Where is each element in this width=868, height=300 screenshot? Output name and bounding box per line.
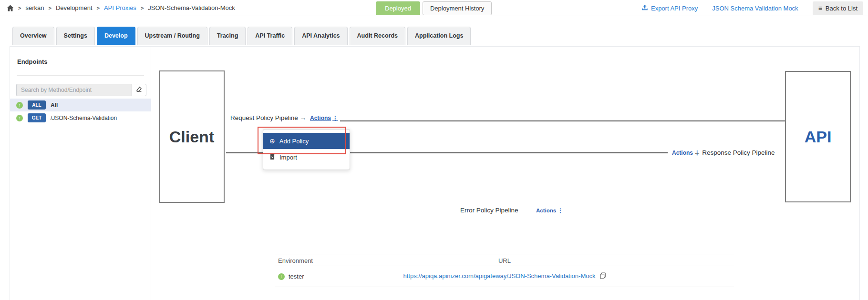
upload-icon <box>641 4 648 12</box>
error-pipeline-label: Error Policy Pipeline <box>460 207 518 214</box>
back-to-list-label: Back to List <box>826 5 858 12</box>
breadcrumb-item-user[interactable]: serkan <box>25 4 44 11</box>
actions-label: Actions <box>672 150 693 156</box>
tab-tracing[interactable]: Tracing <box>209 27 246 45</box>
breadcrumb-separator: > <box>97 5 100 11</box>
deployment-history-button[interactable]: Deployment History <box>423 1 492 15</box>
endpoint-item-json-schema-validation[interactable]: ↑ GET /JSON-Schema-Validation <box>10 111 151 124</box>
deployment-controls: Deployed Deployment History <box>376 1 492 15</box>
tab-overview[interactable]: Overview <box>12 27 54 45</box>
tab-develop[interactable]: Develop <box>97 27 135 45</box>
import-icon <box>269 153 275 161</box>
request-pipeline-actions-link[interactable]: Actions⋮ <box>310 115 338 121</box>
home-icon[interactable] <box>7 5 14 11</box>
error-pipeline-actions-link[interactable]: Actions⋮ <box>536 207 563 214</box>
response-pipeline-label: ← Response Policy Pipeline <box>694 149 775 156</box>
pipeline-actions-menu: ⊕ Add Policy Import <box>263 129 350 170</box>
endpoint-label: /JSON-Schema-Validation <box>51 115 117 121</box>
actions-label: Actions <box>310 115 331 121</box>
tab-api-traffic[interactable]: API Traffic <box>248 27 292 45</box>
tab-upstream-routing[interactable]: Upstream / Routing <box>137 27 207 45</box>
list-icon: ≡ <box>818 5 822 11</box>
endpoint-search-group <box>16 84 146 96</box>
tab-settings[interactable]: Settings <box>56 27 95 45</box>
breadcrumb-item-project[interactable]: Development <box>56 4 93 11</box>
endpoint-list: ↑ ALL All ↑ GET /JSON-Schema-Validation <box>10 99 151 124</box>
method-badge-get: GET <box>28 113 46 122</box>
environments-table: Environment URL ↑ tester https://apiqa.a… <box>275 254 734 287</box>
vertical-ellipsis-icon: ⋮ <box>558 208 563 213</box>
deployed-up-icon: ↑ <box>16 115 23 121</box>
tab-audit-records[interactable]: Audit Records <box>350 27 405 45</box>
tab-api-analytics[interactable]: API Analytics <box>294 27 347 45</box>
export-api-proxy-label: Export API Proxy <box>651 5 698 12</box>
breadcrumb-separator: > <box>18 5 21 11</box>
breadcrumb: > serkan > Development > API Proxies > J… <box>7 4 235 11</box>
plus-circle-icon: ⊕ <box>269 138 275 144</box>
proxy-name-link[interactable]: JSON Schema Validation Mock <box>712 5 798 12</box>
topbar-right-actions: Export API Proxy JSON Schema Validation … <box>641 0 863 16</box>
proxy-tabs: Overview Settings Develop Upstream / Rou… <box>12 27 471 45</box>
export-api-proxy-link[interactable]: Export API Proxy <box>641 4 698 12</box>
environment-row: ↑ tester https://apiqa.apinizer.com/apig… <box>275 266 734 287</box>
deployed-up-icon: ↑ <box>16 102 23 109</box>
tab-application-logs[interactable]: Application Logs <box>407 27 471 45</box>
request-pipeline-line <box>340 120 785 121</box>
deployed-status-badge: Deployed <box>376 1 420 15</box>
client-node: Client <box>159 70 225 203</box>
endpoint-search-input[interactable] <box>16 84 132 96</box>
add-policy-label: Add Policy <box>279 138 309 145</box>
add-policy-menu-item[interactable]: ⊕ Add Policy <box>263 133 350 149</box>
breadcrumb-separator: > <box>48 5 51 11</box>
eraser-icon <box>136 86 142 94</box>
top-bar: > serkan > Development > API Proxies > J… <box>0 0 868 16</box>
import-label: Import <box>279 154 297 161</box>
sidebar-divider <box>17 75 144 76</box>
clear-search-button[interactable] <box>132 84 146 96</box>
breadcrumb-separator: > <box>141 5 144 11</box>
vertical-ellipsis-icon: ⋮ <box>332 115 338 121</box>
copy-icon[interactable] <box>600 273 606 280</box>
endpoints-sidebar: Endpoints ↑ ALL All ↑ GET /JSON-Schema-V… <box>10 47 151 300</box>
import-menu-item[interactable]: Import <box>263 149 350 165</box>
api-node: API <box>785 71 851 202</box>
request-pipeline-label: Request Policy Pipeline → <box>230 114 306 121</box>
breadcrumb-item-current: JSON-Schema-Validation-Mock <box>148 4 235 11</box>
actions-label: Actions <box>536 208 556 213</box>
url-column-header: URL <box>275 257 734 264</box>
endpoint-label: All <box>51 102 58 109</box>
environments-table-header: Environment URL <box>275 254 734 266</box>
endpoint-item-all[interactable]: ↑ ALL All <box>10 99 151 111</box>
gateway-url-link[interactable]: https://apiqa.apinizer.com/apigateway/JS… <box>403 272 596 280</box>
endpoints-title: Endpoints <box>17 58 151 65</box>
method-badge-all: ALL <box>28 100 46 110</box>
breadcrumb-item-api-proxies[interactable]: API Proxies <box>104 4 136 11</box>
back-to-list-button[interactable]: ≡ Back to List <box>813 1 863 15</box>
